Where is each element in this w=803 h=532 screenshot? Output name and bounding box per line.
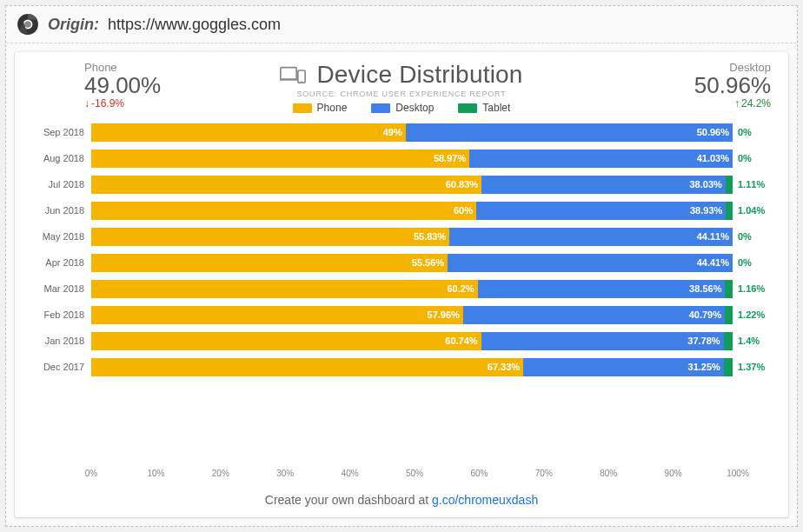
axis-tick: 30% [276, 469, 294, 478]
segment-phone: 55.56% [91, 254, 448, 272]
bar: 55.83%44.11% [91, 228, 733, 246]
tablet-value-label: 0% [738, 231, 773, 242]
chart-title: Device Distribution [316, 61, 522, 89]
chart-card: Phone 49.00% ↓ -16.9% Desktop 50.96% ↑ 2… [15, 52, 788, 517]
bar: 49%50.96% [91, 123, 733, 142]
segment-desktop: 41.03% [469, 150, 733, 168]
chart-row: Feb 201857.96%40.79%1.22% [30, 302, 773, 328]
chart-row: May 201855.83%44.11%0% [30, 223, 773, 249]
row-label: Dec 2017 [30, 362, 91, 372]
segment-tablet [724, 358, 733, 376]
segment-tablet [726, 176, 733, 194]
row-label: Jul 2018 [30, 179, 91, 190]
origin-url: https://www.goggles.com [108, 16, 281, 34]
svg-rect-4 [280, 79, 297, 81]
chart-row: Sep 201849%50.96%0% [30, 119, 773, 145]
swatch-tablet [458, 103, 477, 113]
row-label: May 2018 [30, 231, 91, 242]
axis-tick: 40% [342, 469, 359, 478]
tablet-value-label: 1.04% [738, 205, 773, 216]
row-label: Jan 2018 [30, 336, 91, 346]
bar: 67.33%31.25% [91, 358, 733, 376]
axis-tick: 10% [147, 469, 164, 478]
legend-phone: Phone [293, 102, 348, 114]
row-label: Apr 2018 [30, 257, 91, 268]
tablet-value-label: 0% [738, 127, 773, 137]
segment-phone: 67.33% [91, 358, 523, 376]
footer-link[interactable]: g.co/chromeuxdash [432, 493, 538, 507]
tablet-value-label: 1.22% [738, 309, 773, 320]
bar: 58.97%41.03% [91, 150, 733, 168]
segment-desktop: 38.93% [476, 202, 726, 220]
bar: 60.2%38.56% [91, 280, 733, 298]
axis-tick: 70% [535, 469, 553, 478]
row-label: Aug 2018 [30, 153, 91, 163]
svg-point-6 [302, 81, 302, 82]
footer: Create your own dashboard at g.co/chrome… [30, 484, 773, 510]
segment-phone: 58.97% [91, 150, 469, 168]
legend-desktop: Desktop [371, 102, 434, 114]
chart-row: Jun 201860%38.93%1.04% [30, 197, 773, 223]
segment-desktop: 38.03% [481, 176, 726, 194]
segment-desktop: 37.78% [481, 332, 724, 350]
swatch-desktop [371, 103, 390, 113]
tablet-value-label: 1.37% [738, 362, 773, 372]
row-label: Jun 2018 [30, 205, 91, 216]
row-label: Feb 2018 [30, 309, 91, 320]
axis-tick: 0% [85, 469, 97, 478]
bar: 55.56%44.41% [91, 254, 733, 272]
segment-desktop: 38.56% [478, 280, 726, 298]
segment-tablet [725, 280, 733, 298]
chrome-icon [17, 13, 39, 36]
tablet-value-label: 0% [738, 257, 773, 268]
axis-tick: 60% [470, 469, 488, 478]
segment-desktop: 31.25% [523, 358, 724, 376]
tablet-value-label: 1.11% [738, 179, 773, 190]
origin-bar: Origin: https://www.goggles.com [6, 6, 797, 43]
chart-row: Mar 201860.2%38.56%1.16% [30, 276, 773, 302]
chart-row: Apr 201855.56%44.41%0% [30, 249, 773, 276]
origin-label: Origin: [48, 16, 99, 34]
row-label: Mar 2018 [30, 283, 91, 294]
segment-phone: 55.83% [91, 228, 449, 246]
legend: Phone Desktop Tablet [30, 102, 773, 114]
swatch-phone [293, 103, 312, 113]
legend-tablet: Tablet [458, 102, 510, 114]
tablet-value-label: 1.16% [738, 283, 773, 294]
segment-phone: 60.2% [91, 280, 478, 298]
segment-desktop: 40.79% [463, 306, 725, 324]
tablet-value-label: 0% [738, 153, 773, 163]
axis-tick: 90% [665, 469, 682, 478]
segment-phone: 60% [91, 202, 476, 220]
segment-phone: 49% [91, 123, 406, 142]
chart-row: Jul 201860.83%38.03%1.11% [30, 171, 773, 197]
devices-icon [280, 65, 306, 84]
segment-desktop: 44.41% [448, 254, 733, 272]
bar: 60.83%38.03% [91, 176, 733, 194]
chart-row: Aug 201858.97%41.03%0% [30, 145, 773, 171]
segment-desktop: 50.96% [406, 123, 733, 142]
tablet-value-label: 1.4% [738, 336, 773, 346]
axis-tick: 20% [212, 469, 229, 478]
bar: 60.74%37.78% [91, 332, 733, 350]
svg-rect-3 [281, 68, 296, 79]
footer-text: Create your own dashboard at [265, 493, 432, 507]
chart-row: Dec 201767.33%31.25%1.37% [30, 354, 773, 380]
segment-phone: 57.96% [91, 306, 463, 324]
segment-phone: 60.74% [91, 332, 481, 350]
segment-tablet [725, 306, 733, 324]
dashboard-frame: Origin: https://www.goggles.com Phone 49… [5, 5, 798, 527]
axis-tick: 100% [727, 469, 749, 478]
svg-point-2 [24, 21, 31, 28]
chart-row: Jan 201860.74%37.78%1.4% [30, 328, 773, 354]
segment-tablet [724, 332, 733, 350]
chart-area: Sep 201849%50.96%0%Aug 201858.97%41.03%0… [30, 119, 773, 484]
segment-desktop: 44.11% [449, 228, 733, 246]
bar: 60%38.93% [91, 202, 733, 220]
axis-tick: 50% [406, 469, 423, 478]
chart-subtitle: SOURCE: CHROME USER EXPERIENCE REPORT [30, 90, 773, 98]
segment-tablet [726, 202, 733, 220]
row-label: Sep 2018 [30, 127, 91, 137]
segment-phone: 60.83% [91, 176, 481, 194]
axis-tick: 80% [600, 469, 617, 478]
